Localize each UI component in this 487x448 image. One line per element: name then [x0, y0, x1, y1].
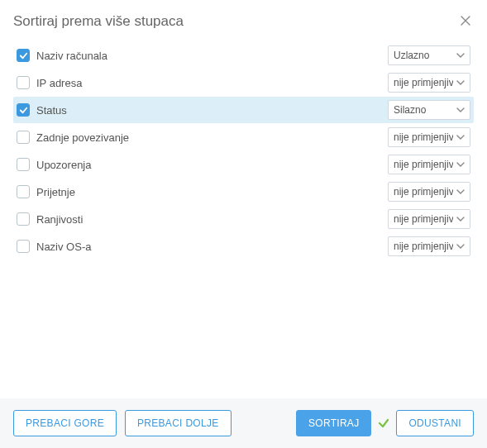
column-label: Naziv računala — [36, 50, 107, 62]
checkmark-icon — [378, 417, 389, 429]
move-down-button[interactable]: PREBACI DOLJE — [125, 410, 232, 436]
column-label: Ranjivosti — [36, 213, 83, 226]
sort-direction-select[interactable]: Uzlazno — [388, 45, 470, 65]
column-checkbox[interactable] — [17, 76, 30, 89]
sort-row[interactable]: IP adresanije primjenjivo — [13, 69, 474, 96]
column-checkbox[interactable] — [17, 103, 30, 117]
sort-direction-select[interactable]: nije primjenjivo — [388, 127, 470, 147]
column-checkbox[interactable] — [17, 185, 30, 198]
sort-columns-list: Naziv računalaUzlaznoIP adresanije primj… — [0, 38, 487, 398]
row-left: IP adresa — [17, 76, 82, 89]
column-label: Naziv OS-a — [36, 241, 91, 253]
row-left: Naziv računala — [17, 49, 107, 62]
sort-row[interactable]: Zadnje povezivanjenije primjenjivo — [13, 124, 474, 150]
column-label: Zadnje povezivanje — [36, 131, 129, 144]
close-button[interactable] — [457, 13, 474, 30]
close-icon — [461, 14, 470, 29]
dialog-header: Sortiraj prema više stupaca — [0, 0, 487, 38]
column-label: Upozorenja — [36, 159, 92, 171]
move-up-button[interactable]: PREBACI GORE — [13, 410, 117, 436]
dialog-footer: PREBACI GORE PREBACI DOLJE SORTIRAJ ODUS… — [0, 398, 487, 448]
column-label: IP adresa — [36, 77, 82, 89]
sort-direction-select[interactable]: nije primjenjivo — [388, 73, 470, 93]
column-checkbox[interactable] — [17, 49, 30, 62]
sort-row[interactable]: Upozorenjanije primjenjivo — [13, 151, 474, 178]
row-left: Naziv OS-a — [17, 240, 91, 253]
column-label: Prijetnje — [36, 186, 75, 198]
column-checkbox[interactable] — [17, 131, 30, 144]
column-checkbox[interactable] — [17, 212, 30, 226]
sort-direction-select[interactable]: nije primjenjivo — [388, 182, 470, 202]
sort-direction-select[interactable]: nije primjenjivo — [388, 155, 470, 174]
sort-direction-select[interactable]: nije primjenjivo — [388, 209, 470, 229]
footer-left-group: PREBACI GORE PREBACI DOLJE — [13, 410, 232, 436]
sort-row[interactable]: Prijetnjenije primjenjivo — [13, 179, 474, 205]
row-left: Upozorenja — [17, 158, 92, 171]
sort-row[interactable]: Naziv računalaUzlazno — [13, 42, 474, 69]
row-left: Zadnje povezivanje — [17, 131, 129, 144]
row-left: Ranjivosti — [17, 212, 83, 226]
sort-row[interactable]: Ranjivostinije primjenjivo — [13, 206, 474, 232]
footer-right-group: SORTIRAJ ODUSTANI — [296, 410, 474, 436]
sort-button[interactable]: SORTIRAJ — [296, 410, 372, 436]
row-left: Prijetnje — [17, 185, 75, 198]
column-checkbox[interactable] — [17, 158, 30, 171]
row-left: Status — [17, 103, 67, 117]
cancel-button[interactable]: ODUSTANI — [396, 410, 474, 436]
dialog-title: Sortiraj prema više stupaca — [13, 13, 184, 30]
column-label: Status — [36, 104, 67, 117]
sort-row[interactable]: Naziv OS-anije primjenjivo — [13, 233, 474, 260]
sort-row[interactable]: StatusSilazno — [13, 97, 474, 123]
sort-direction-select[interactable]: Silazno — [388, 100, 470, 120]
sort-direction-select[interactable]: nije primjenjivo — [388, 236, 470, 256]
column-checkbox[interactable] — [17, 240, 30, 253]
